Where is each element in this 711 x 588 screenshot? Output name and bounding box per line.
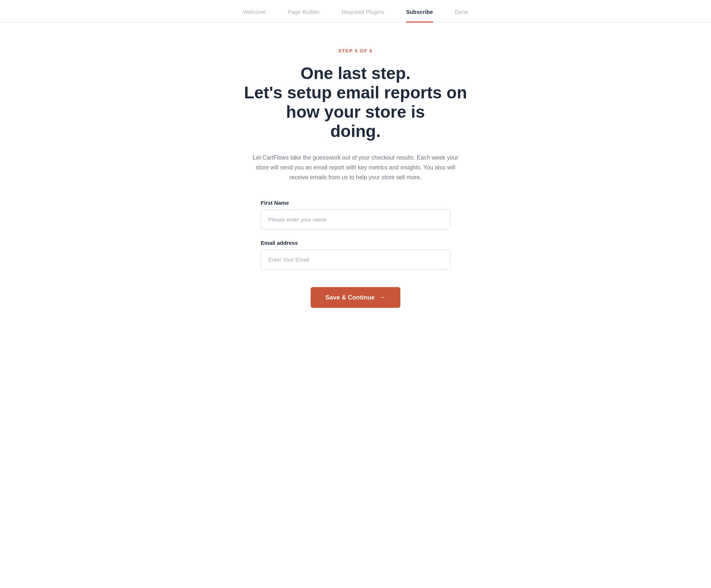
email-label: Email address [261,240,450,246]
stepper-item-done[interactable]: Done [455,9,468,22]
step-label: STEP 5 OF 6 [239,48,472,54]
button-wrapper: Save & Continue → [261,280,450,308]
main-heading: One last step. Let's setup email reports… [239,64,472,141]
stepper-nav: Welcome Page Builder Required Plugins Su… [0,0,711,23]
save-continue-button[interactable]: Save & Continue → [311,287,400,308]
first-name-input[interactable] [261,209,450,230]
save-button-label: Save & Continue [325,294,374,301]
heading-line3: doing. [330,122,381,141]
arrow-icon: → [379,294,386,301]
main-content: STEP 5 OF 6 One last step. Let's setup e… [232,23,479,330]
email-group: Email address [261,240,450,270]
first-name-label: First Name [261,200,450,206]
heading-line1: One last step. [300,64,411,83]
heading-line2: Let's setup email reports on how your st… [244,83,467,121]
subscribe-form: First Name Email address Save & Continue… [261,200,450,308]
stepper-item-welcome[interactable]: Welcome [243,9,266,22]
stepper-item-page-builder[interactable]: Page Builder [288,9,320,22]
stepper-item-subscribe[interactable]: Subscribe [406,9,433,22]
description-text: Let CartFlows take the guesswork out of … [246,153,465,183]
stepper-item-required-plugins[interactable]: Required Plugins [342,9,384,22]
email-input[interactable] [261,250,450,270]
first-name-group: First Name [261,200,450,230]
